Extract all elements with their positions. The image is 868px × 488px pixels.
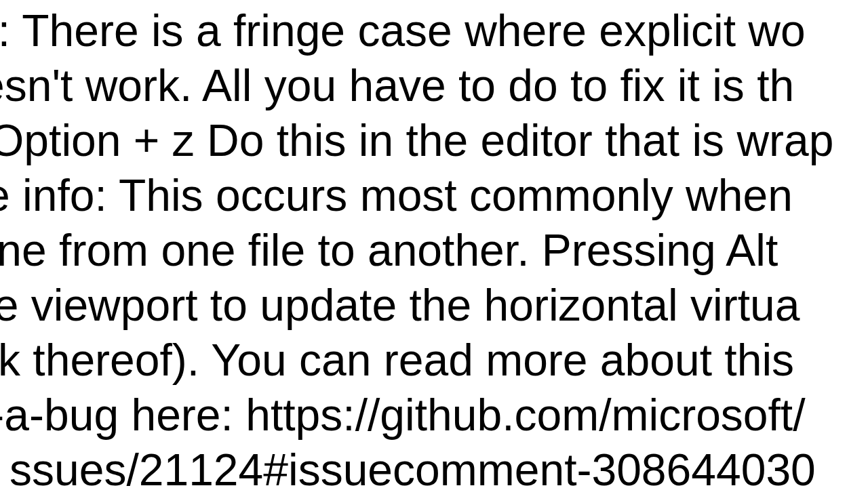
text-line-8: ssues/21124#issuecomment-308644030 <box>9 443 816 488</box>
text-line-7: t-a-bug here: https://github.com/microso… <box>0 388 806 443</box>
text-line-0: 4: There is a fringe case where explicit… <box>0 3 806 58</box>
text-line-3: re info: This occurs most commonly when <box>0 168 793 223</box>
text-line-1: esn't work. All you have to do to fix it… <box>0 58 794 113</box>
document-viewport: 4: There is a fringe case where explicit… <box>0 0 868 488</box>
text-line-5: he viewport to update the horizontal vir… <box>0 278 800 333</box>
text-line-4: line from one file to another. Pressing … <box>0 223 778 278</box>
text-line-6: ck thereof). You can read more about thi… <box>0 333 794 388</box>
text-line-2: Option + z Do this in the editor that is… <box>0 113 833 168</box>
